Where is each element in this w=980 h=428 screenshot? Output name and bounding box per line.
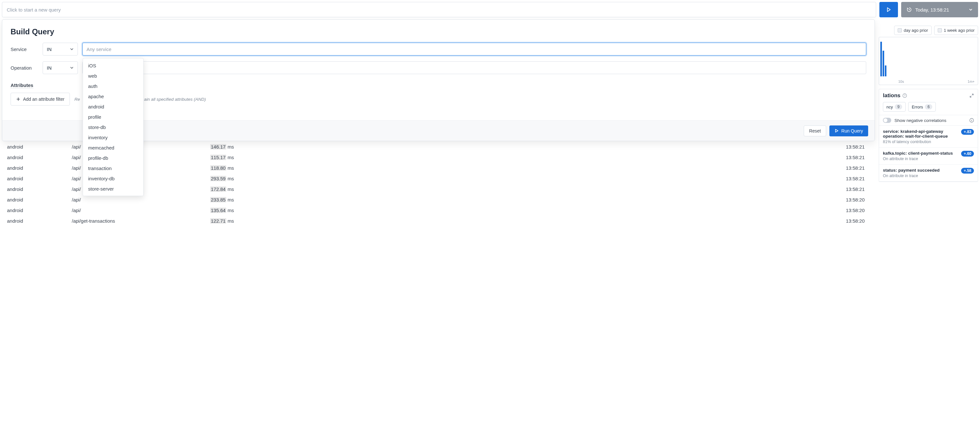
cell-timestamp: 13:58:21 (318, 163, 874, 173)
latency-histogram: 10s 1m+ (879, 37, 978, 85)
time-range-label: Today, 13:58:21 (915, 7, 949, 13)
play-icon (886, 7, 891, 12)
day-ago-toggle[interactable]: day ago prior (894, 26, 932, 35)
cell-timestamp: 13:58:21 (318, 174, 874, 184)
correlation-score: +.58 (961, 168, 974, 174)
run-query-button[interactable]: Run Query (829, 125, 868, 136)
operation-operator-value: IN (47, 65, 52, 70)
operation-input[interactable] (82, 61, 866, 74)
cell-operation: /api/get-transactions (67, 216, 205, 226)
negative-correlations-label: Show negative correlations (894, 118, 947, 123)
panel-title: Build Query (11, 27, 866, 36)
dropdown-item[interactable]: store-server (83, 184, 143, 194)
service-dropdown: iOSwebauthapacheandroidprofilestore-dbin… (83, 58, 143, 196)
dropdown-item[interactable]: apache (83, 91, 143, 101)
plus-icon (16, 97, 21, 101)
cell-timestamp: 13:58:21 (318, 152, 874, 162)
negative-correlations-toggle[interactable] (883, 118, 891, 123)
service-operator-value: IN (47, 46, 52, 52)
cell-service: android (3, 205, 67, 215)
cell-latency: 135.64 ms (206, 205, 318, 215)
play-icon (835, 129, 839, 133)
tab-errors[interactable]: Errors 6 (908, 102, 936, 112)
cell-timestamp: 13:58:21 (318, 142, 874, 152)
dropdown-item[interactable]: iOS (83, 60, 143, 70)
operation-operator-select[interactable]: IN (43, 61, 78, 74)
cell-service: android (3, 216, 67, 226)
tab-latency-count: 9 (895, 104, 902, 109)
correlation-score: +.83 (961, 129, 974, 135)
table-row[interactable]: android/api/135.64 ms13:58:20 (3, 205, 874, 215)
attributes-header: Attributes (11, 83, 33, 88)
histogram-bar (883, 51, 884, 77)
cell-timestamp: 13:58:20 (318, 205, 874, 215)
cell-service: android (3, 174, 67, 184)
dropdown-item[interactable]: memcached (83, 142, 143, 153)
query-input-container[interactable] (2, 2, 876, 17)
help-icon[interactable]: ? (902, 93, 907, 98)
cell-service: android (3, 152, 67, 162)
dropdown-item[interactable]: inventory (83, 132, 143, 142)
cell-timestamp: 13:58:21 (318, 184, 874, 194)
operation-label: Operation (11, 65, 38, 70)
run-query-label: Run Query (841, 128, 863, 134)
correlation-item[interactable]: status: payment succeededOn attribute in… (879, 164, 978, 182)
dropdown-item[interactable]: transaction (83, 163, 143, 173)
cell-latency: 293.59 ms (206, 174, 318, 184)
histogram-bar (885, 65, 886, 77)
correlation-item[interactable]: kafka.topic: client-payment-statusOn att… (879, 148, 978, 164)
cell-latency: 115.17 ms (206, 152, 318, 162)
run-query-top-button[interactable] (879, 2, 898, 17)
tab-errors-count: 6 (925, 104, 932, 109)
dropdown-item[interactable]: store-db (83, 122, 143, 132)
add-attribute-filter-button[interactable]: Add an attribute filter (11, 93, 70, 105)
tab-latency[interactable]: ncy 9 (883, 102, 906, 112)
dropdown-item[interactable]: profile-db (83, 153, 143, 163)
dropdown-item[interactable]: profile (83, 112, 143, 122)
service-operator-select[interactable]: IN (43, 43, 78, 56)
service-label: Service (11, 46, 38, 52)
chevron-down-icon (70, 66, 74, 70)
cell-latency: 172.84 ms (206, 184, 318, 194)
info-icon[interactable] (969, 118, 974, 123)
correlations-panel: lations ? ncy 9 Errors 6 Show negative c… (879, 89, 978, 182)
dropdown-item[interactable]: auth (83, 81, 143, 91)
chevron-down-icon (969, 7, 973, 12)
cell-timestamp: 13:58:20 (318, 216, 874, 226)
svg-text:?: ? (904, 94, 905, 97)
expand-icon[interactable] (969, 93, 974, 98)
dropdown-item[interactable]: android (83, 101, 143, 112)
table-row[interactable]: android/api/233.85 ms13:58:20 (3, 195, 874, 205)
cell-latency: 146.17 ms (206, 142, 318, 152)
cell-service: android (3, 163, 67, 173)
correlation-item[interactable]: service: krakend-api-gatewayoperation: w… (879, 126, 978, 148)
time-range-button[interactable]: Today, 13:58:21 (901, 2, 978, 17)
checkbox-icon (938, 28, 942, 32)
add-attribute-label: Add an attribute filter (23, 97, 64, 102)
cell-service: android (3, 195, 67, 205)
cell-service: android (3, 184, 67, 194)
week-ago-label: 1 week ago prior (944, 28, 975, 33)
cell-timestamp: 13:58:20 (318, 195, 874, 205)
table-row[interactable]: android/api/get-transactions122.71 ms13:… (3, 216, 874, 226)
axis-tick: 10s (898, 80, 904, 83)
service-input[interactable] (82, 43, 866, 56)
cell-latency: 118.80 ms (206, 163, 318, 173)
build-query-panel: Build Query Service IN Operation IN (2, 19, 875, 141)
chevron-down-icon (70, 47, 74, 51)
histogram-bar (880, 42, 882, 77)
query-input[interactable] (7, 7, 871, 13)
dropdown-item[interactable]: inventory-db (83, 173, 143, 184)
reset-button[interactable]: Reset (804, 125, 826, 136)
axis-tick: 1m+ (967, 80, 975, 83)
dropdown-item[interactable]: web (83, 70, 143, 81)
day-ago-label: day ago prior (904, 28, 928, 33)
cell-operation: /api/ (67, 195, 205, 205)
cell-operation: /api/ (67, 205, 205, 215)
correlations-title: lations (883, 93, 900, 99)
correlation-score: +.60 (961, 151, 974, 157)
week-ago-toggle[interactable]: 1 week ago prior (934, 26, 978, 35)
tab-latency-label: ncy (886, 105, 893, 109)
history-icon (906, 7, 912, 13)
tab-errors-label: Errors (912, 105, 923, 109)
